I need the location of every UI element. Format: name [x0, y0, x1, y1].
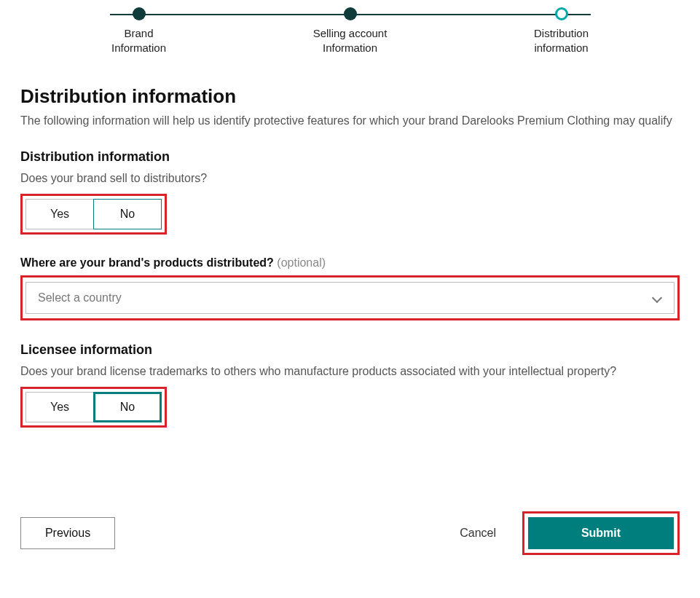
- distributors-no-button[interactable]: No: [93, 199, 162, 229]
- highlight-distributors-toggle: Yes No: [20, 194, 167, 235]
- page-subtitle: The following information will help us i…: [20, 112, 680, 129]
- highlight-country-select: Select a country: [20, 275, 680, 320]
- step-selling-account-information: Selling accountInformation: [299, 7, 401, 56]
- step-label: BrandInformation: [88, 26, 190, 56]
- highlight-submit: Submit: [522, 511, 680, 555]
- step-dot-done-icon: [133, 7, 146, 20]
- licensee-section-title: Licensee information: [20, 342, 680, 358]
- countries-optional: (optional): [277, 256, 326, 269]
- distributors-toggle-group: Yes No: [25, 199, 162, 229]
- page: BrandInformation Selling accountInformat…: [0, 0, 700, 577]
- step-dot-done-icon: [344, 7, 357, 20]
- cancel-button[interactable]: Cancel: [454, 517, 502, 549]
- step-label: Distributioninformation: [511, 26, 613, 56]
- progress-stepper: BrandInformation Selling accountInformat…: [88, 7, 613, 56]
- licensee-yes-button[interactable]: Yes: [25, 392, 94, 422]
- footer: Previous Cancel Submit: [20, 511, 680, 555]
- distributors-yes-button[interactable]: Yes: [25, 199, 94, 229]
- chevron-down-icon: [652, 293, 662, 303]
- step-label: Selling accountInformation: [299, 26, 401, 56]
- licensee-no-button[interactable]: No: [93, 392, 162, 422]
- country-select[interactable]: Select a country: [25, 282, 675, 314]
- countries-label: Where are your brand's products distribu…: [20, 256, 274, 269]
- step-distribution-information: Distributioninformation: [511, 7, 613, 56]
- previous-button[interactable]: Previous: [20, 517, 115, 549]
- submit-button[interactable]: Submit: [528, 517, 674, 549]
- footer-right: Cancel Submit: [454, 511, 680, 555]
- country-select-placeholder: Select a country: [38, 291, 122, 304]
- countries-label-row: Where are your brand's products distribu…: [20, 256, 680, 270]
- page-title: Distribution information: [20, 85, 680, 108]
- highlight-licensee-toggle: Yes No: [20, 387, 167, 428]
- distribution-question-distributors: Does your brand sell to distributors?: [20, 170, 680, 186]
- step-dot-current-icon: [555, 7, 568, 20]
- licensee-question: Does your brand license trademarks to ot…: [20, 363, 680, 379]
- licensee-toggle-group: Yes No: [25, 392, 162, 422]
- distribution-section-title: Distribution information: [20, 149, 680, 165]
- step-brand-information: BrandInformation: [88, 7, 190, 56]
- stepper-steps: BrandInformation Selling accountInformat…: [88, 7, 613, 56]
